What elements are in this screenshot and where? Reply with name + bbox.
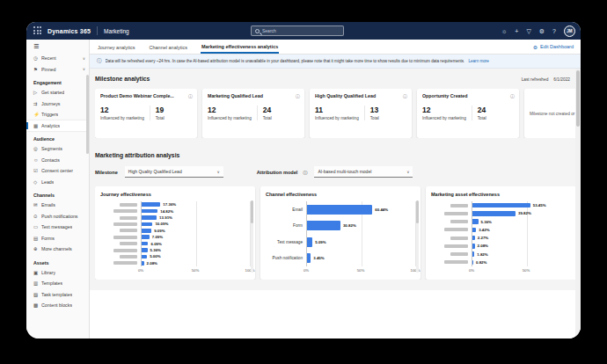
- sidebar-item-library[interactable]: ▣Library: [26, 267, 89, 279]
- chart-bars-area: 60.44%30.82%5.09%3.45%: [306, 201, 415, 266]
- search-input[interactable]: [262, 28, 340, 33]
- bar[interactable]: [307, 253, 311, 263]
- get-started-icon: ▷: [33, 90, 41, 95]
- journeys-icon: ⇉: [33, 101, 41, 106]
- bar[interactable]: [472, 260, 473, 266]
- bar[interactable]: [307, 221, 340, 230]
- bar-row: 0.82%: [472, 258, 575, 266]
- category-label: Form: [266, 218, 306, 235]
- bar-value-label: 5.09%: [315, 240, 325, 244]
- category-label-redacted: [100, 253, 141, 259]
- info-icon[interactable]: ⓘ: [510, 93, 515, 98]
- tab-journey-analytics[interactable]: Journey analytics: [97, 41, 136, 53]
- bar[interactable]: [142, 202, 160, 207]
- sidebar-item-journeys[interactable]: ⇉Journeys: [26, 98, 89, 110]
- influenced-label: Influenced by marketing: [100, 116, 144, 120]
- sidebar-item-consent-center[interactable]: ☑Consent center: [26, 165, 89, 177]
- bar[interactable]: [472, 236, 475, 241]
- tab-marketing-effectiveness-analytics[interactable]: Marketing effectiveness analytics: [201, 40, 279, 54]
- sidebar-item-recent[interactable]: ◷Recent∨: [26, 53, 89, 64]
- bar[interactable]: [472, 251, 474, 257]
- sidebar-item-emails[interactable]: ✉Emails: [26, 200, 89, 211]
- sidebar-hamburger-icon[interactable]: ☰: [26, 40, 89, 53]
- chart-scrollbar[interactable]: [416, 200, 419, 273]
- sidebar-item-task-templates[interactable]: ▧Task templates: [26, 289, 89, 301]
- sidebar-item-label: Segments: [41, 146, 62, 151]
- sidebar-item-push-notifications[interactable]: ⊙Push notifications: [26, 211, 89, 222]
- sidebar-item-get-started[interactable]: ▷Get started: [26, 87, 89, 98]
- bar[interactable]: [142, 222, 152, 227]
- bar[interactable]: [472, 228, 476, 233]
- global-search[interactable]: [251, 25, 344, 36]
- app-window: Dynamics 365 Marketing ☼ + ▽ ⚙ ? JM ☰ ◷R…: [26, 22, 581, 339]
- total-value: 13: [370, 106, 379, 114]
- dashboard-scroll-area: Milestone analytics Last refreshed 6/1/2…: [90, 69, 575, 339]
- sidebar-item-text-messages[interactable]: ▭Text messages: [26, 222, 89, 233]
- milestone-card-high-quality-qualified-lead[interactable]: High Quality Qualified Lead ⓘ 11 Influen…: [310, 89, 412, 138]
- main-scrollbar[interactable]: [575, 69, 581, 339]
- milestone-card-opportunity-created[interactable]: Opportunity Created ⓘ 12 Influenced by m…: [417, 89, 519, 138]
- milestone-card-title: High Quality Qualified Lead: [315, 93, 400, 98]
- analytics-icon: ▦: [33, 123, 41, 128]
- redacted-label: [120, 255, 137, 258]
- info-icon[interactable]: ⓘ: [188, 93, 193, 98]
- area-name[interactable]: Marketing: [104, 28, 129, 34]
- bar[interactable]: [307, 205, 372, 215]
- bar[interactable]: [142, 261, 144, 266]
- tab-channel-analytics[interactable]: Channel analytics: [149, 41, 188, 53]
- bar[interactable]: [142, 235, 150, 239]
- bar[interactable]: [472, 211, 516, 216]
- sidebar-scrollbar[interactable]: [86, 75, 89, 154]
- plus-icon[interactable]: +: [515, 28, 518, 34]
- bar[interactable]: [142, 255, 147, 259]
- sidebar-item-templates[interactable]: ▥Templates: [26, 278, 89, 289]
- bar[interactable]: [142, 242, 148, 246]
- sidebar-item-triggers[interactable]: ⚡Triggers: [26, 109, 89, 120]
- edit-dashboard-button[interactable]: ⚙ Edit Dashboard: [533, 44, 574, 50]
- category-label: Push notification: [266, 251, 306, 267]
- info-icon[interactable]: ⓘ: [403, 93, 407, 98]
- bar[interactable]: [142, 209, 157, 214]
- milestone-card-product-demo[interactable]: Product Demo Webinar Comple... ⓘ 12 Infl…: [95, 89, 197, 138]
- redacted-label: [120, 216, 137, 220]
- sidebar-item-analytics[interactable]: ▦Analytics: [26, 120, 89, 132]
- sidebar-item-more-channels[interactable]: ⊕More channels: [26, 244, 89, 255]
- bar-value-label: 17.36%: [163, 202, 176, 207]
- milestone-dropdown[interactable]: High Quality Qualified Lead ∨: [125, 166, 223, 178]
- bar[interactable]: [472, 219, 479, 224]
- analytics-tabs: Journey analytics Channel analytics Mark…: [90, 40, 581, 55]
- chart-title: Journey effectiveness: [100, 192, 250, 197]
- bar[interactable]: [142, 229, 151, 233]
- bar[interactable]: [142, 215, 157, 220]
- redacted-label: [450, 237, 468, 240]
- bar-row: 39.82%: [472, 209, 575, 217]
- sidebar-item-content-blocks[interactable]: ▩Content blocks: [26, 300, 89, 311]
- task-templates-icon: ▧: [33, 292, 41, 297]
- sidebar-item-pinned[interactable]: ⚑Pinned∨: [26, 64, 89, 76]
- sidebar-item-leads[interactable]: ◇Leads: [26, 177, 89, 188]
- gear-icon[interactable]: ⚙: [539, 28, 545, 34]
- info-icon[interactable]: ⓘ: [296, 93, 300, 98]
- user-avatar[interactable]: JM: [564, 25, 575, 37]
- bar[interactable]: [472, 244, 475, 249]
- triggers-icon: ⚡: [33, 112, 41, 117]
- help-icon[interactable]: ?: [552, 28, 556, 34]
- sidebar-item-contacts[interactable]: ☺Contacts: [26, 155, 89, 166]
- sidebar-item-forms[interactable]: ▤Forms: [26, 233, 89, 244]
- filter-icon[interactable]: ▽: [526, 28, 530, 34]
- learn-more-link[interactable]: Learn more: [468, 59, 489, 63]
- lightbulb-icon[interactable]: ☼: [501, 28, 507, 34]
- chart-scrollbar[interactable]: [251, 200, 253, 273]
- attribution-model-dropdown[interactable]: AI-based multi-touch model ∨: [314, 166, 413, 178]
- milestone-card-marketing-qualified-lead[interactable]: Marketing Qualified Lead ⓘ 12 Influenced…: [202, 89, 304, 138]
- bar-row: 2.08%: [142, 260, 250, 266]
- category-label: Email: [266, 201, 306, 218]
- bar[interactable]: [142, 248, 148, 252]
- bar[interactable]: [472, 203, 530, 208]
- sidebar-item-segments[interactable]: ◎Segments: [26, 143, 89, 155]
- push-notifications-icon: ⊙: [33, 214, 41, 219]
- waffle-menu-icon[interactable]: [33, 26, 42, 35]
- info-icon[interactable]: ⓘ: [303, 170, 307, 175]
- bar[interactable]: [307, 237, 312, 247]
- bar-row: 3.45%: [307, 251, 415, 267]
